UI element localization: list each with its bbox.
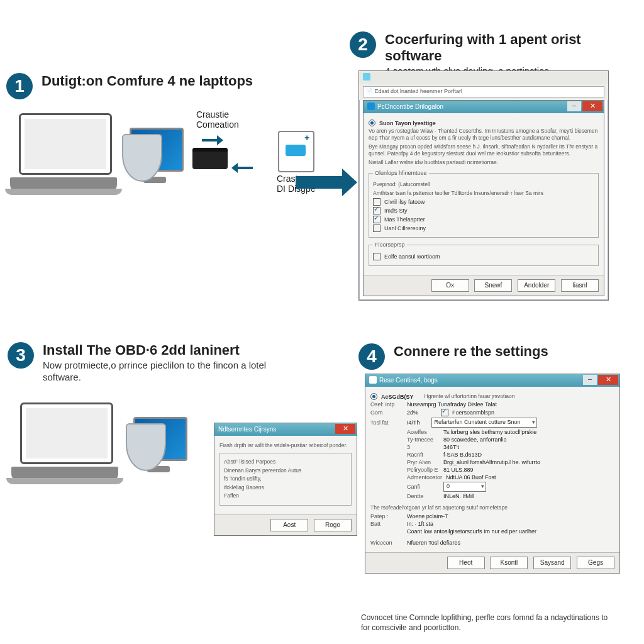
step3-title: Install The OBD·6 2dd laninert	[43, 342, 278, 358]
list-item[interactable]: Dinenan Baryrs pereerdon Autus	[224, 467, 347, 474]
adapter-device-icon	[192, 148, 228, 169]
minimize-button[interactable]: –	[567, 101, 581, 111]
monitor-shield-icon	[130, 414, 187, 472]
checkbox[interactable]	[373, 253, 380, 260]
browser-window: 📄 Edast dot lnanted heenmer Porftarl PcO…	[358, 70, 609, 301]
dialog-button[interactable]: Aost	[270, 519, 308, 531]
step2-badge: 2	[350, 31, 376, 58]
list-item[interactable]: fs Tondin uslifty,	[224, 475, 347, 482]
paragraph: The rsofeadel'otgoan yr laf srt aquetong…	[370, 504, 614, 511]
step1-title: Dutigt:on Comfure 4 ne lapttops	[42, 73, 253, 89]
radio-option[interactable]	[370, 393, 377, 400]
group-desc: Amthtssr tsan fa psttenior teolfer Tdltt…	[373, 190, 594, 197]
step2-title: Cocerfuring with 1 apent orist software	[385, 31, 633, 64]
paragraph: Bye Maagay prcoon opded witdsfarn seese …	[369, 143, 599, 158]
options-list: AbstF lisised Parpoes Dinenan Baryrs per…	[219, 453, 352, 505]
step3-badge: 3	[8, 342, 34, 369]
list-item[interactable]: ifckleliag Baoens	[224, 484, 347, 491]
laptop-icon	[10, 113, 117, 195]
step3-flow	[11, 402, 187, 484]
section-heading: AcSGdB(SY	[381, 394, 414, 400]
footnote-text: Covnocet tine Comncle lopfithing, perfle…	[361, 613, 616, 633]
dialog-button[interactable]: Saysand	[533, 557, 571, 569]
radio-option[interactable]	[369, 119, 375, 126]
section-heading: Suon Tayon lyesttige	[379, 120, 436, 126]
checkbox[interactable]	[373, 216, 380, 223]
step1-label-a: Craustie Comeation	[196, 109, 272, 130]
app-icon	[367, 103, 375, 110]
list-item[interactable]: Faffen	[224, 492, 347, 499]
connector-arrow-left-icon	[236, 167, 253, 169]
dialog-button[interactable]: Snewf	[474, 279, 512, 292]
paragraph: Nietall Laflar wslne idw buothtas partau…	[369, 159, 599, 166]
dialog-button[interactable]: Gegs	[577, 557, 614, 569]
checkbox[interactable]	[441, 409, 448, 416]
paragraph: Fiash drpth isr willt the wtdels-pustiar…	[219, 442, 352, 449]
dialog-button[interactable]: Heot	[447, 557, 485, 569]
config-dialog-title: PcOncontibe Drilogalon	[377, 103, 443, 110]
step3-header: 3 Install The OBD·6 2dd laninert Now pro…	[8, 342, 278, 384]
close-button[interactable]: ✕	[582, 101, 602, 111]
select-dropdown[interactable]: Refarterfen Cunstent cutture Snon	[431, 418, 537, 428]
dialog-button[interactable]: Ox	[431, 279, 469, 292]
dialog-button[interactable]: Andolder	[518, 279, 555, 292]
install-dialog: Ndtsernntes Cijrsyns ✕ Fiash drpth isr w…	[214, 423, 357, 536]
dialog-button[interactable]: Ksontl	[490, 557, 528, 569]
close-button[interactable]: ✕	[598, 375, 618, 385]
close-button[interactable]: ✕	[335, 424, 355, 434]
plus-icon: +	[303, 135, 311, 142]
checkbox[interactable]	[373, 225, 380, 232]
select-dropdown[interactable]: 0	[443, 482, 486, 492]
options-group-1: Olunlops hfinemtoee Pvepinod: (Latucomst…	[369, 170, 599, 238]
group-legend: Olunlops hfinemtoee	[373, 170, 429, 176]
step4-badge: 4	[358, 343, 385, 370]
settings-dialog: Rese Centins4, bogs – ✕ AcSGdB(SY Hgrent…	[365, 374, 620, 574]
paragraph: Vo aren ys rostegtlae Wiaw · Thanted Cos…	[369, 128, 599, 142]
step3-subtitle: Now protmiecte,o prrince pieclilon to th…	[43, 360, 278, 384]
options-group-2: Fioorseprsp Eolfe aansul wortioom	[369, 242, 599, 266]
minimize-button[interactable]: –	[583, 375, 597, 385]
laptop-icon	[11, 402, 118, 484]
group-sub: Pvepinod: (Latucomstell	[373, 181, 594, 188]
section-subtext: Hgrente wl uffortortinn fauar jrsvotiaon	[425, 393, 515, 400]
step4-header: 4 Connere re the settings	[358, 343, 623, 370]
address-bar[interactable]: 📄 Edast dot lnanted heenmer Porftarl	[363, 86, 604, 97]
connector-arrow-icon	[202, 139, 218, 142]
group-legend: Fioorseprsp	[373, 242, 407, 248]
install-dialog-title: Ndtsernntes Cijrsyns	[218, 426, 276, 433]
flow-arrow-icon	[296, 176, 343, 189]
step4-title: Connere re the settings	[394, 343, 548, 360]
settings-dialog-title: Rese Centins4, bogs	[379, 377, 438, 384]
module-card-icon: +	[278, 131, 314, 172]
dialog-button[interactable]: Rogo	[314, 519, 352, 531]
monitor-shield-icon	[126, 125, 184, 183]
config-dialog: PcOncontibe Drilogalon – ✕ Suon Tayon ly…	[363, 100, 604, 296]
step1-badge: 1	[6, 73, 33, 99]
step1-header: 1 Dutigt:on Comfure 4 ne lapttops	[6, 73, 277, 99]
dialog-button[interactable]: liasnl	[561, 279, 599, 292]
list-item[interactable]: AbstF lisised Parpoes	[224, 458, 347, 465]
app-icon	[369, 376, 377, 384]
